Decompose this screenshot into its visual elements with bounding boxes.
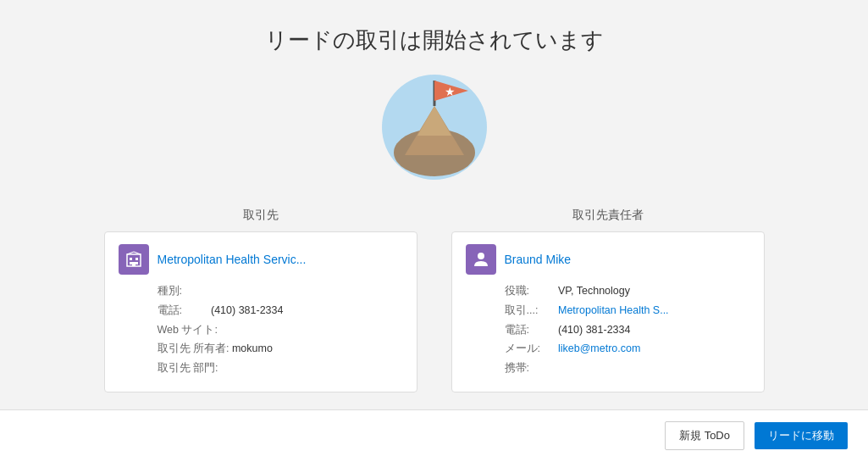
account-owner-label: 取引先 所有者: <box>158 341 229 357</box>
contact-mobile-row: 携帯: <box>505 360 750 376</box>
account-owner-value: mokumo <box>229 341 272 357</box>
account-section: 取引先 Me <box>104 208 417 392</box>
contact-phone-value: (410) 381-2334 <box>556 322 631 338</box>
account-owner-row: 取引先 所有者: mokumo <box>158 341 403 357</box>
account-phone-row: 電話: (410) 381-2334 <box>158 303 403 319</box>
contact-phone-label: 電話: <box>505 322 556 338</box>
contact-phone-row: 電話: (410) 381-2334 <box>505 322 750 338</box>
account-dept-label: 取引先 部門: <box>158 360 218 376</box>
todo-button[interactable]: 新規 ToDo <box>665 421 744 450</box>
move-to-lead-button[interactable]: リードに移動 <box>755 422 848 449</box>
account-phone-label: 電話: <box>158 303 208 319</box>
svg-rect-11 <box>135 262 138 264</box>
page-title: リードの取引は開始されています <box>265 25 604 55</box>
svg-text:★: ★ <box>444 85 455 98</box>
contact-card-header: Braund Mike <box>466 244 750 275</box>
contact-title-label: 役職: <box>505 283 556 299</box>
contact-account-label: 取引...: <box>505 303 556 319</box>
main-content: リードの取引は開始されています ★ 取引先 <box>0 0 868 409</box>
cards-container: 取引先 Me <box>104 208 765 392</box>
footer: 新規 ToDo リードに移動 <box>0 409 868 462</box>
svg-rect-10 <box>130 262 132 264</box>
account-website-label: Web サイト: <box>158 322 218 338</box>
account-section-title: 取引先 <box>104 208 417 223</box>
contact-email-label: メール: <box>505 341 556 357</box>
account-dept-row: 取引先 部門: <box>158 360 403 376</box>
illustration: ★ <box>379 72 489 182</box>
account-card-header: Metropolitan Health Servic... <box>119 244 403 275</box>
svg-rect-8 <box>130 258 132 260</box>
contact-email-row: メール: likeb@metro.com <box>505 341 750 357</box>
account-type-label: 種別: <box>158 283 208 299</box>
contact-account-value[interactable]: Metropolitan Health S... <box>556 303 669 319</box>
contact-section: 取引先責任者 Braund Mike 役職: VP, Technology <box>451 208 765 392</box>
contact-title-value: VP, Technology <box>556 283 631 299</box>
svg-rect-9 <box>135 258 138 260</box>
contact-card-body: 役職: VP, Technology 取引...: Metropolitan H… <box>466 283 750 376</box>
svg-rect-12 <box>132 262 135 266</box>
account-icon <box>119 244 149 275</box>
contact-card: Braund Mike 役職: VP, Technology 取引...: Me… <box>451 231 765 392</box>
account-name-link[interactable]: Metropolitan Health Servic... <box>158 253 307 266</box>
contact-account-row: 取引...: Metropolitan Health S... <box>505 303 750 319</box>
account-card-body: 種別: 電話: (410) 381-2334 Web サイト: 取引先 所有者:… <box>119 283 403 376</box>
account-card: Metropolitan Health Servic... 種別: 電話: (4… <box>104 231 417 392</box>
contact-name-link[interactable]: Braund Mike <box>505 253 572 266</box>
contact-mobile-label: 携帯: <box>505 360 556 376</box>
account-type-row: 種別: <box>158 283 403 299</box>
svg-point-15 <box>478 253 484 259</box>
contact-title-row: 役職: VP, Technology <box>505 283 750 299</box>
contact-icon <box>466 244 496 275</box>
contact-email-value[interactable]: likeb@metro.com <box>556 341 641 357</box>
account-website-row: Web サイト: <box>158 322 403 338</box>
contact-section-title: 取引先責任者 <box>451 208 765 223</box>
account-phone-value: (410) 381-2334 <box>208 303 284 319</box>
